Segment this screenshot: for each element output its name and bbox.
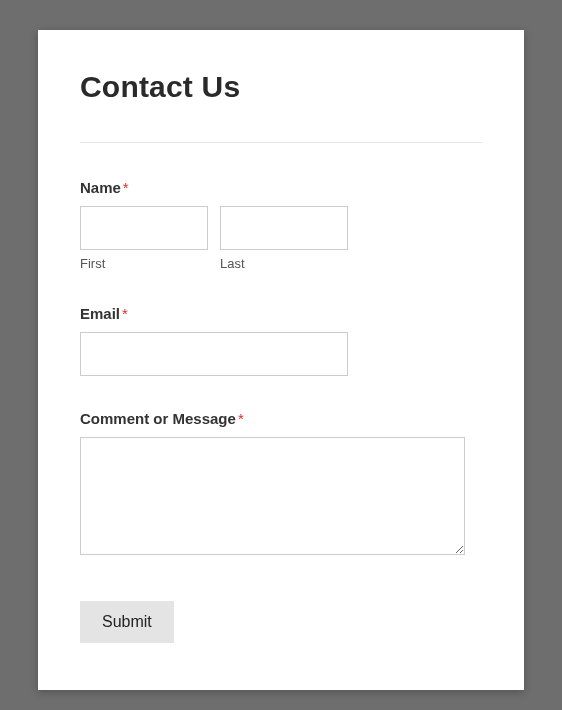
message-textarea[interactable] [80, 437, 465, 555]
name-field: Name* First Last [80, 179, 482, 271]
email-label-text: Email [80, 305, 120, 322]
name-label: Name* [80, 179, 482, 196]
first-name-input[interactable] [80, 206, 208, 250]
name-label-text: Name [80, 179, 121, 196]
message-field: Comment or Message* [80, 410, 482, 559]
email-field: Email* [80, 305, 482, 376]
required-mark: * [122, 305, 128, 322]
name-row: First Last [80, 206, 482, 271]
last-name-input[interactable] [220, 206, 348, 250]
first-name-col: First [80, 206, 208, 271]
required-mark: * [238, 410, 244, 427]
page-title: Contact Us [80, 70, 482, 104]
submit-button[interactable]: Submit [80, 601, 174, 643]
last-name-col: Last [220, 206, 348, 271]
email-label: Email* [80, 305, 482, 322]
message-label-text: Comment or Message [80, 410, 236, 427]
contact-form-card: Contact Us Name* First Last Email* Comme… [38, 30, 524, 690]
email-input[interactable] [80, 332, 348, 376]
first-name-sublabel: First [80, 256, 208, 271]
required-mark: * [123, 179, 129, 196]
last-name-sublabel: Last [220, 256, 348, 271]
divider [80, 142, 482, 143]
message-label: Comment or Message* [80, 410, 482, 427]
